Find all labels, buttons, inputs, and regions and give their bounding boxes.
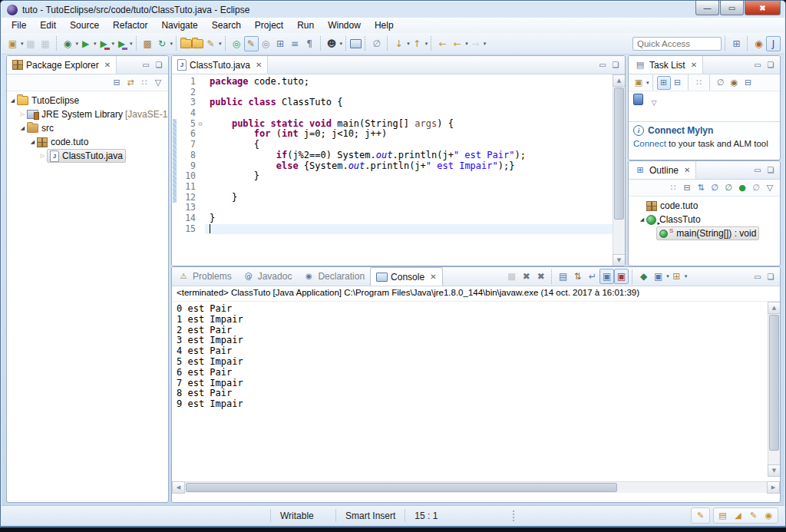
minimize-view-icon[interactable]: ▭	[752, 273, 763, 281]
profile-icon[interactable]	[114, 36, 129, 51]
link-with-editor-icon[interactable]	[124, 76, 137, 90]
show-stderr-icon[interactable]	[614, 269, 629, 284]
collapse-all-icon[interactable]	[741, 76, 755, 90]
show-stdout-icon[interactable]	[599, 269, 614, 284]
connect-link[interactable]: Connect	[633, 139, 666, 148]
close-button[interactable]: ✖	[745, 1, 781, 15]
last-edit-location-icon[interactable]	[435, 36, 450, 51]
maximize-view-icon[interactable]: ❏	[765, 166, 776, 174]
minimize-view-icon[interactable]: ▭	[752, 166, 763, 174]
editor-gutter[interactable]: 12345⊖6789101112131415	[177, 74, 205, 266]
tab-outline[interactable]: Outline ✕	[629, 161, 696, 179]
editor-vertical-scrollbar[interactable]: ▲ ▼	[613, 74, 625, 266]
menu-source[interactable]: Source	[63, 18, 106, 32]
sort-icon[interactable]	[694, 181, 708, 195]
menu-edit[interactable]: Edit	[33, 18, 63, 32]
profile-dropdown-icon[interactable]: ▾	[130, 41, 133, 47]
open-console-icon[interactable]	[669, 269, 684, 284]
mark-occurrences-icon[interactable]	[244, 36, 259, 51]
hide-fields-icon[interactable]	[708, 181, 722, 195]
package-explorer-item-src[interactable]: ◢src	[7, 121, 168, 135]
remove-all-launches-icon[interactable]	[533, 269, 548, 284]
run-icon[interactable]	[78, 36, 93, 51]
minimize-view-icon[interactable]: ▭	[752, 61, 763, 69]
show-source-icon[interactable]	[273, 36, 288, 51]
menu-window[interactable]: Window	[321, 18, 368, 32]
menu-help[interactable]: Help	[368, 18, 401, 32]
new-task-icon[interactable]	[632, 76, 646, 90]
close-icon[interactable]: ✕	[256, 61, 262, 69]
external-tools-icon[interactable]	[155, 36, 170, 51]
user-dropdown-icon[interactable]: ▾	[340, 41, 343, 47]
highlight-icon[interactable]	[203, 36, 218, 51]
scroll-up-icon[interactable]: ▲	[768, 302, 781, 314]
maximize-view-icon[interactable]: ❏	[765, 273, 776, 281]
close-icon[interactable]: ✕	[691, 61, 697, 69]
external-tools-dropdown-icon[interactable]: ▾	[170, 41, 173, 47]
focus-on-task-icon[interactable]	[137, 76, 151, 90]
coverage-icon[interactable]	[97, 36, 111, 51]
scroll-lock-icon[interactable]	[570, 269, 585, 284]
console-output[interactable]: 0 est Pair1 est Impair2 est Pair3 est Im…	[172, 302, 768, 481]
scheduled-view-icon[interactable]	[671, 76, 685, 90]
tab-problems[interactable]: Problems	[172, 267, 237, 286]
tab-javadoc[interactable]: Javadoc	[237, 267, 298, 286]
clear-console-icon[interactable]	[556, 269, 570, 284]
expand-arrow-icon[interactable]: ◢	[28, 139, 37, 145]
menu-search[interactable]: Search	[205, 18, 248, 32]
expand-arrow-icon[interactable]: ▷	[38, 153, 47, 159]
package-explorer-item-tutoeclipse[interactable]: ◢TutoEclipse	[7, 94, 168, 107]
previous-annotation-icon[interactable]	[410, 36, 424, 51]
next-annotation-icon[interactable]	[391, 36, 406, 51]
tab-declaration[interactable]: Declaration	[297, 267, 370, 286]
scroll-up-icon[interactable]: ▲	[613, 74, 626, 87]
search-task-icon[interactable]	[728, 76, 741, 90]
back-icon[interactable]	[450, 36, 464, 51]
user-icon[interactable]	[325, 36, 339, 51]
outline-item-main-string-void[interactable]: Smain(String[]) : void	[636, 226, 780, 240]
whatsnew-globe-icon[interactable]	[762, 509, 775, 522]
word-wrap-icon[interactable]	[585, 269, 599, 284]
categorized-view-icon[interactable]	[657, 76, 671, 90]
view-menu-icon[interactable]	[763, 181, 777, 195]
other-perspective-icon[interactable]	[751, 36, 766, 51]
outline-item-code-tuto[interactable]: code.tuto	[636, 199, 780, 213]
scroll-left-icon[interactable]: ◀	[172, 481, 185, 494]
new-wizard-icon[interactable]	[5, 36, 20, 51]
package-explorer-item-code-tuto[interactable]: ◢code.tuto	[7, 135, 168, 149]
view-menu-icon[interactable]	[151, 76, 165, 90]
minimize-button[interactable]: —	[695, 1, 719, 15]
show-whitespace-icon[interactable]	[302, 36, 317, 51]
java-perspective-button[interactable]	[766, 36, 781, 51]
task-list-content[interactable]	[629, 91, 780, 121]
debug-icon[interactable]	[61, 36, 75, 51]
collapse-all-icon[interactable]	[110, 76, 124, 90]
quick-access-input[interactable]	[632, 37, 722, 51]
console-horizontal-scrollbar[interactable]: ◀ ▶	[172, 481, 780, 493]
outline-item-classtuto[interactable]: ◢ClassTuto	[636, 213, 780, 226]
menu-refactor[interactable]: Refactor	[106, 18, 154, 32]
expand-arrow-icon[interactable]: ◢	[18, 125, 27, 131]
collapse-all-icon[interactable]	[680, 181, 694, 195]
open-resource-icon[interactable]	[192, 39, 203, 48]
toggle-annotation-icon[interactable]	[369, 36, 384, 51]
code-editor[interactable]: package code.tuto;public class ClassTuto…	[205, 74, 613, 266]
maximize-button[interactable]: ▭	[720, 1, 744, 15]
menu-file[interactable]: File	[5, 18, 33, 32]
scroll-down-icon[interactable]: ▼	[613, 254, 626, 266]
samples-pencil-icon[interactable]	[747, 509, 760, 522]
plug-icon[interactable]	[259, 36, 273, 51]
tab-task-list[interactable]: Task List ✕	[629, 56, 703, 74]
close-icon[interactable]: ✕	[684, 166, 690, 174]
display-console-icon[interactable]	[651, 269, 665, 284]
focus-on-task-icon[interactable]	[666, 181, 680, 195]
fold-collapse-icon[interactable]: ⊖	[196, 119, 205, 130]
tab-classtuto-java[interactable]: ClassTuto.java ✕	[172, 56, 268, 74]
hide-non-public-icon[interactable]	[735, 181, 749, 195]
scroll-right-icon[interactable]: ▶	[767, 481, 780, 494]
task-repositories-icon[interactable]	[230, 36, 244, 51]
minimize-view-icon[interactable]: ▭	[597, 61, 608, 69]
tab-console[interactable]: Console✕	[370, 267, 442, 286]
overview-book-icon[interactable]	[716, 509, 729, 522]
forward-dropdown-icon[interactable]: ▾	[484, 41, 487, 47]
